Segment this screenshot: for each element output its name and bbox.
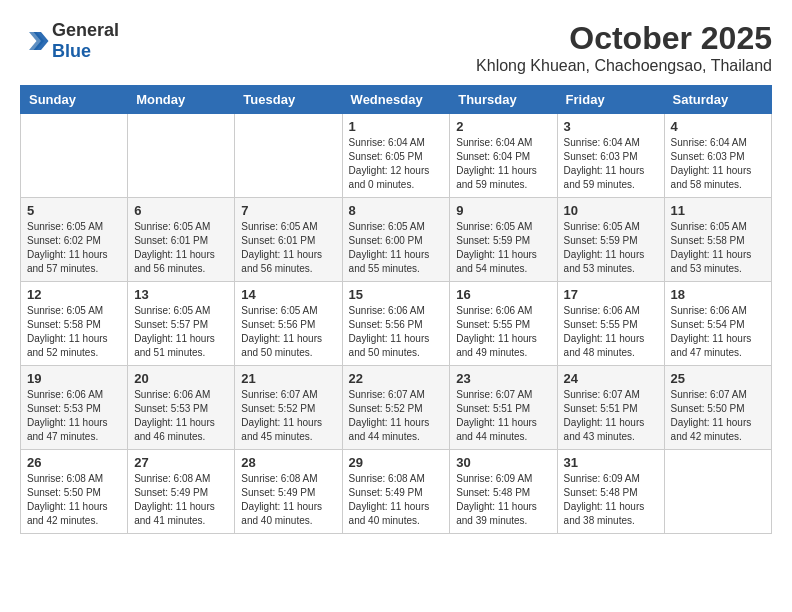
calendar-table: SundayMondayTuesdayWednesdayThursdayFrid…: [20, 85, 772, 534]
day-cell: [235, 114, 342, 198]
weekday-header-wednesday: Wednesday: [342, 86, 450, 114]
day-info: Sunrise: 6:04 AM Sunset: 6:04 PM Dayligh…: [456, 136, 550, 192]
day-cell: [21, 114, 128, 198]
day-cell: 26Sunrise: 6:08 AM Sunset: 5:50 PM Dayli…: [21, 450, 128, 534]
day-number: 25: [671, 371, 765, 386]
weekday-header-row: SundayMondayTuesdayWednesdayThursdayFrid…: [21, 86, 772, 114]
week-row-3: 19Sunrise: 6:06 AM Sunset: 5:53 PM Dayli…: [21, 366, 772, 450]
day-info: Sunrise: 6:09 AM Sunset: 5:48 PM Dayligh…: [456, 472, 550, 528]
week-row-2: 12Sunrise: 6:05 AM Sunset: 5:58 PM Dayli…: [21, 282, 772, 366]
day-cell: 24Sunrise: 6:07 AM Sunset: 5:51 PM Dayli…: [557, 366, 664, 450]
day-info: Sunrise: 6:05 AM Sunset: 5:57 PM Dayligh…: [134, 304, 228, 360]
day-number: 8: [349, 203, 444, 218]
day-number: 2: [456, 119, 550, 134]
day-number: 30: [456, 455, 550, 470]
day-cell: 9Sunrise: 6:05 AM Sunset: 5:59 PM Daylig…: [450, 198, 557, 282]
day-info: Sunrise: 6:07 AM Sunset: 5:50 PM Dayligh…: [671, 388, 765, 444]
day-info: Sunrise: 6:05 AM Sunset: 5:59 PM Dayligh…: [456, 220, 550, 276]
day-info: Sunrise: 6:06 AM Sunset: 5:54 PM Dayligh…: [671, 304, 765, 360]
day-cell: 12Sunrise: 6:05 AM Sunset: 5:58 PM Dayli…: [21, 282, 128, 366]
day-info: Sunrise: 6:07 AM Sunset: 5:51 PM Dayligh…: [564, 388, 658, 444]
day-cell: 18Sunrise: 6:06 AM Sunset: 5:54 PM Dayli…: [664, 282, 771, 366]
day-number: 28: [241, 455, 335, 470]
day-number: 15: [349, 287, 444, 302]
week-row-1: 5Sunrise: 6:05 AM Sunset: 6:02 PM Daylig…: [21, 198, 772, 282]
month-title: October 2025: [476, 20, 772, 57]
day-cell: 25Sunrise: 6:07 AM Sunset: 5:50 PM Dayli…: [664, 366, 771, 450]
day-number: 13: [134, 287, 228, 302]
logo-text-general: General: [52, 20, 119, 40]
day-number: 29: [349, 455, 444, 470]
day-info: Sunrise: 6:06 AM Sunset: 5:56 PM Dayligh…: [349, 304, 444, 360]
day-info: Sunrise: 6:05 AM Sunset: 6:00 PM Dayligh…: [349, 220, 444, 276]
day-cell: 20Sunrise: 6:06 AM Sunset: 5:53 PM Dayli…: [128, 366, 235, 450]
day-info: Sunrise: 6:04 AM Sunset: 6:05 PM Dayligh…: [349, 136, 444, 192]
day-info: Sunrise: 6:06 AM Sunset: 5:55 PM Dayligh…: [456, 304, 550, 360]
day-cell: 2Sunrise: 6:04 AM Sunset: 6:04 PM Daylig…: [450, 114, 557, 198]
title-area: October 2025 Khlong Khuean, Chachoengsao…: [476, 20, 772, 75]
day-cell: 13Sunrise: 6:05 AM Sunset: 5:57 PM Dayli…: [128, 282, 235, 366]
day-number: 18: [671, 287, 765, 302]
weekday-header-tuesday: Tuesday: [235, 86, 342, 114]
day-cell: 22Sunrise: 6:07 AM Sunset: 5:52 PM Dayli…: [342, 366, 450, 450]
day-info: Sunrise: 6:06 AM Sunset: 5:53 PM Dayligh…: [27, 388, 121, 444]
day-info: Sunrise: 6:04 AM Sunset: 6:03 PM Dayligh…: [671, 136, 765, 192]
day-info: Sunrise: 6:08 AM Sunset: 5:49 PM Dayligh…: [349, 472, 444, 528]
location-title: Khlong Khuean, Chachoengsao, Thailand: [476, 57, 772, 75]
day-cell: 16Sunrise: 6:06 AM Sunset: 5:55 PM Dayli…: [450, 282, 557, 366]
day-number: 11: [671, 203, 765, 218]
day-number: 20: [134, 371, 228, 386]
day-info: Sunrise: 6:09 AM Sunset: 5:48 PM Dayligh…: [564, 472, 658, 528]
day-info: Sunrise: 6:08 AM Sunset: 5:50 PM Dayligh…: [27, 472, 121, 528]
day-cell: 11Sunrise: 6:05 AM Sunset: 5:58 PM Dayli…: [664, 198, 771, 282]
day-cell: 29Sunrise: 6:08 AM Sunset: 5:49 PM Dayli…: [342, 450, 450, 534]
week-row-0: 1Sunrise: 6:04 AM Sunset: 6:05 PM Daylig…: [21, 114, 772, 198]
day-info: Sunrise: 6:06 AM Sunset: 5:55 PM Dayligh…: [564, 304, 658, 360]
day-number: 16: [456, 287, 550, 302]
day-info: Sunrise: 6:08 AM Sunset: 5:49 PM Dayligh…: [134, 472, 228, 528]
logo-icon: [20, 26, 50, 56]
day-number: 12: [27, 287, 121, 302]
day-info: Sunrise: 6:07 AM Sunset: 5:52 PM Dayligh…: [349, 388, 444, 444]
day-info: Sunrise: 6:05 AM Sunset: 5:59 PM Dayligh…: [564, 220, 658, 276]
day-info: Sunrise: 6:04 AM Sunset: 6:03 PM Dayligh…: [564, 136, 658, 192]
day-number: 3: [564, 119, 658, 134]
day-number: 27: [134, 455, 228, 470]
day-number: 17: [564, 287, 658, 302]
day-cell: 27Sunrise: 6:08 AM Sunset: 5:49 PM Dayli…: [128, 450, 235, 534]
day-cell: 31Sunrise: 6:09 AM Sunset: 5:48 PM Dayli…: [557, 450, 664, 534]
day-cell: 1Sunrise: 6:04 AM Sunset: 6:05 PM Daylig…: [342, 114, 450, 198]
day-cell: 10Sunrise: 6:05 AM Sunset: 5:59 PM Dayli…: [557, 198, 664, 282]
weekday-header-sunday: Sunday: [21, 86, 128, 114]
week-row-4: 26Sunrise: 6:08 AM Sunset: 5:50 PM Dayli…: [21, 450, 772, 534]
day-info: Sunrise: 6:07 AM Sunset: 5:51 PM Dayligh…: [456, 388, 550, 444]
day-number: 19: [27, 371, 121, 386]
day-number: 6: [134, 203, 228, 218]
day-number: 9: [456, 203, 550, 218]
day-number: 1: [349, 119, 444, 134]
weekday-header-monday: Monday: [128, 86, 235, 114]
day-number: 23: [456, 371, 550, 386]
day-info: Sunrise: 6:05 AM Sunset: 5:56 PM Dayligh…: [241, 304, 335, 360]
day-number: 26: [27, 455, 121, 470]
day-info: Sunrise: 6:05 AM Sunset: 6:02 PM Dayligh…: [27, 220, 121, 276]
day-info: Sunrise: 6:05 AM Sunset: 6:01 PM Dayligh…: [134, 220, 228, 276]
day-cell: [128, 114, 235, 198]
day-cell: 8Sunrise: 6:05 AM Sunset: 6:00 PM Daylig…: [342, 198, 450, 282]
day-cell: 19Sunrise: 6:06 AM Sunset: 5:53 PM Dayli…: [21, 366, 128, 450]
day-cell: 5Sunrise: 6:05 AM Sunset: 6:02 PM Daylig…: [21, 198, 128, 282]
weekday-header-friday: Friday: [557, 86, 664, 114]
day-info: Sunrise: 6:06 AM Sunset: 5:53 PM Dayligh…: [134, 388, 228, 444]
header: General Blue October 2025 Khlong Khuean,…: [20, 20, 772, 75]
day-cell: 30Sunrise: 6:09 AM Sunset: 5:48 PM Dayli…: [450, 450, 557, 534]
day-number: 7: [241, 203, 335, 218]
day-cell: 14Sunrise: 6:05 AM Sunset: 5:56 PM Dayli…: [235, 282, 342, 366]
day-number: 14: [241, 287, 335, 302]
day-cell: 7Sunrise: 6:05 AM Sunset: 6:01 PM Daylig…: [235, 198, 342, 282]
day-number: 21: [241, 371, 335, 386]
day-cell: 15Sunrise: 6:06 AM Sunset: 5:56 PM Dayli…: [342, 282, 450, 366]
day-number: 22: [349, 371, 444, 386]
day-info: Sunrise: 6:05 AM Sunset: 5:58 PM Dayligh…: [27, 304, 121, 360]
day-cell: 6Sunrise: 6:05 AM Sunset: 6:01 PM Daylig…: [128, 198, 235, 282]
day-cell: 3Sunrise: 6:04 AM Sunset: 6:03 PM Daylig…: [557, 114, 664, 198]
